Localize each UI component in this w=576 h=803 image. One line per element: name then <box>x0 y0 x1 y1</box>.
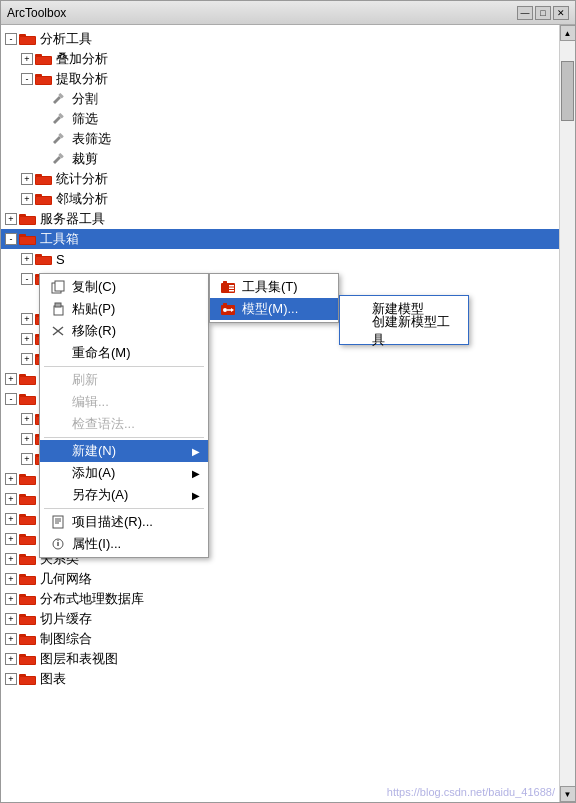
expand-btn-rel-classes[interactable]: + <box>5 513 17 525</box>
scroll-up-button[interactable]: ▲ <box>560 25 576 41</box>
expand-btn-server-tools[interactable]: + <box>5 213 17 225</box>
item-icon-layer-table <box>19 652 37 666</box>
item-label-table-filter: 表筛选 <box>72 130 111 148</box>
expand-btn-dist-db[interactable]: + <box>5 593 17 605</box>
svg-rect-69 <box>20 537 35 544</box>
tree-item-layer-table[interactable]: +图层和表视图 <box>1 649 559 669</box>
expand-btn-tb5[interactable]: + <box>21 353 33 365</box>
submenu-new: 工具集(T) 模型(M)... <box>209 273 339 323</box>
expand-btn-neighborhood[interactable]: + <box>21 193 33 205</box>
svg-rect-5 <box>36 57 51 64</box>
expand-btn-tb4[interactable]: + <box>21 333 33 345</box>
expand-btn-raster[interactable]: + <box>5 493 17 505</box>
copy-icon <box>48 277 68 297</box>
item-icon-neighborhood <box>35 192 53 206</box>
expand-btn-analysis[interactable]: - <box>5 33 17 45</box>
expand-btn-space[interactable]: + <box>5 373 17 385</box>
expand-btn-geo-network[interactable]: + <box>5 573 17 585</box>
tree-item-table-only[interactable]: +图表 <box>1 669 559 689</box>
tree-panel[interactable]: -分析工具+叠加分析-提取分析分割筛选表筛选裁剪+统计分析+邻域分析+服务器工具… <box>1 25 559 802</box>
expand-btn-db2[interactable]: + <box>21 433 33 445</box>
submenu-model[interactable]: 模型(M)... <box>210 298 338 320</box>
tree-item-stats[interactable]: +统计分析 <box>1 169 559 189</box>
minimize-button[interactable]: — <box>517 6 533 20</box>
scrollbar[interactable]: ▲ ▼ <box>559 25 575 802</box>
expand-btn-db3[interactable]: + <box>21 453 33 465</box>
scroll-down-button[interactable]: ▼ <box>560 786 576 802</box>
expand-btn-package[interactable]: + <box>5 473 17 485</box>
window-controls: — □ ✕ <box>517 6 569 20</box>
rename-icon <box>48 343 68 363</box>
content-area: -分析工具+叠加分析-提取分析分割筛选表筛选裁剪+统计分析+邻域分析+服务器工具… <box>1 25 575 802</box>
separator-3 <box>44 508 204 509</box>
tree-item-extract[interactable]: -提取分析 <box>1 69 559 89</box>
tree-item-cartography[interactable]: +制图综合 <box>1 629 559 649</box>
expand-btn-tb3[interactable]: + <box>21 313 33 325</box>
tree-item-analysis[interactable]: -分析工具 <box>1 29 559 49</box>
expand-btn-slice-save[interactable]: + <box>5 613 17 625</box>
tree-item-geo-network[interactable]: +几何网络 <box>1 569 559 589</box>
svg-rect-74 <box>19 574 26 577</box>
expand-btn-stats[interactable]: + <box>21 173 33 185</box>
tree-item-split[interactable]: 分割 <box>1 89 559 109</box>
toolset-icon <box>218 277 238 297</box>
tree-item-table-filter[interactable]: 表筛选 <box>1 129 559 149</box>
expand-btn-toolbox[interactable]: - <box>5 233 17 245</box>
expand-btn-extract[interactable]: - <box>21 73 33 85</box>
menu-rename[interactable]: 重命名(M) <box>40 342 208 364</box>
tree-item-tb1[interactable]: +S <box>1 249 559 269</box>
item-label-stats: 统计分析 <box>56 170 108 188</box>
menu-copy[interactable]: 复制(C) <box>40 276 208 298</box>
expand-btn-relations[interactable]: + <box>5 553 17 565</box>
tree-item-server-tools[interactable]: +服务器工具 <box>1 209 559 229</box>
svg-rect-48 <box>20 397 35 404</box>
close-button[interactable]: ✕ <box>553 6 569 20</box>
maximize-button[interactable]: □ <box>535 6 551 20</box>
expand-btn-layer-table[interactable]: + <box>5 653 17 665</box>
watermark: https://blog.csdn.net/baidu_41688/ <box>387 786 555 798</box>
expand-btn-cartography[interactable]: + <box>5 633 17 645</box>
item-icon-cartography <box>19 632 37 646</box>
svg-point-103 <box>57 540 58 541</box>
submenu-arrow-save-as: ▶ <box>192 490 200 501</box>
expand-btn-database[interactable]: - <box>5 393 17 405</box>
tree-item-dist-db[interactable]: +分布式地理数据库 <box>1 589 559 609</box>
menu-description[interactable]: 项目描述(R)... <box>40 511 208 533</box>
create-model-tool-item[interactable]: 创建新模型工具 <box>340 320 468 342</box>
menu-new[interactable]: 新建(N) ▶ <box>40 440 208 462</box>
svg-rect-63 <box>20 497 35 504</box>
submenu-toolset[interactable]: 工具集(T) <box>210 276 338 298</box>
tree-item-toolbox[interactable]: -工具箱 <box>1 229 559 249</box>
context-menu: 复制(C) 粘贴(P) 移除(R) <box>39 273 209 558</box>
scroll-thumb[interactable] <box>561 61 574 121</box>
menu-refresh-label: 刷新 <box>72 371 98 389</box>
remove-icon <box>48 321 68 341</box>
menu-properties[interactable]: 属性(I)... <box>40 533 208 555</box>
item-label-cartography: 制图综合 <box>40 630 92 648</box>
menu-paste[interactable]: 粘贴(P) <box>40 298 208 320</box>
menu-new-label: 新建(N) <box>72 442 116 460</box>
menu-add[interactable]: 添加(A) ▶ <box>40 462 208 484</box>
tree-item-clip[interactable]: 裁剪 <box>1 149 559 169</box>
expand-btn-versions[interactable]: + <box>5 533 17 545</box>
tree-item-neighborhood[interactable]: +邻域分析 <box>1 189 559 209</box>
tree-item-filter[interactable]: 筛选 <box>1 109 559 129</box>
svg-rect-84 <box>20 637 35 644</box>
tree-item-overlay[interactable]: +叠加分析 <box>1 49 559 69</box>
expand-btn-overlay[interactable]: + <box>21 53 33 65</box>
menu-remove[interactable]: 移除(R) <box>40 320 208 342</box>
item-label-layer-table: 图层和表视图 <box>40 650 118 668</box>
expand-btn-db1[interactable]: + <box>21 413 33 425</box>
item-icon-slice-save <box>19 612 37 626</box>
svg-rect-4 <box>35 54 42 57</box>
menu-save-as[interactable]: 另存为(A) ▶ <box>40 484 208 506</box>
item-icon-clip <box>51 152 69 166</box>
menu-rename-label: 重命名(M) <box>72 344 131 362</box>
svg-rect-2 <box>20 37 35 44</box>
expand-btn-tb2[interactable]: - <box>21 273 33 285</box>
expand-btn-tb1[interactable]: + <box>21 253 33 265</box>
expand-btn-table-only[interactable]: + <box>5 673 17 685</box>
tree-item-slice-save[interactable]: +切片缓存 <box>1 609 559 629</box>
expand-spacer-table-filter <box>37 133 49 145</box>
svg-rect-83 <box>19 634 26 637</box>
